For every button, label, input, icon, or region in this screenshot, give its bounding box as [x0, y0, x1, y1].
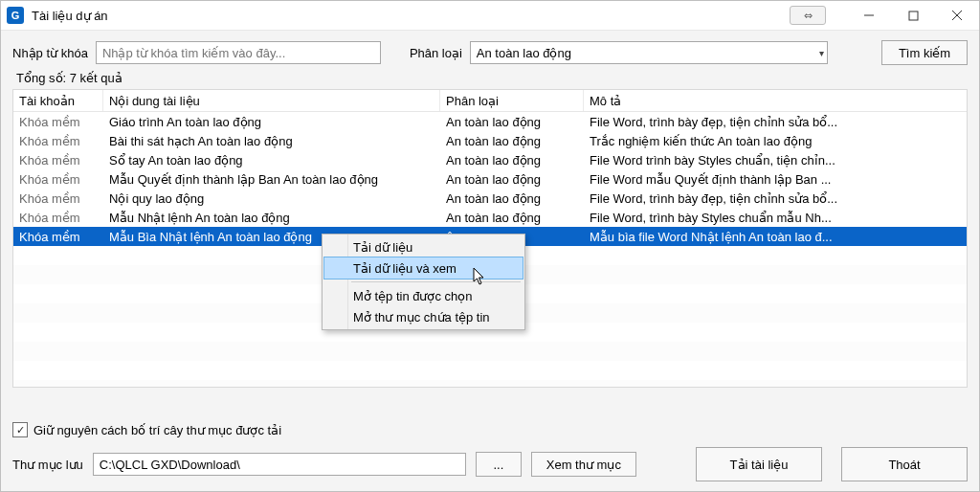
- cell-category: An toàn lao động: [440, 211, 584, 225]
- table-row[interactable]: Khóa mềmMẫu Quyết định thành lập Ban An …: [13, 169, 967, 189]
- menu-item-download-view[interactable]: Tải dữ liệu và xem: [323, 257, 523, 280]
- grid-header: Tài khoản Nội dung tài liệu Phân loại Mô…: [13, 90, 967, 112]
- col-content[interactable]: Nội dung tài liệu: [103, 90, 440, 111]
- svg-rect-1: [909, 11, 918, 20]
- result-count: Tổng số: 7 kết quả: [1, 71, 979, 89]
- minimize-button[interactable]: [847, 1, 891, 30]
- keyword-input[interactable]: [96, 41, 381, 64]
- keep-tree-label: Giữ nguyên cách bố trí cây thư mục được …: [33, 423, 281, 437]
- cell-desc: Mẫu bìa file Word Nhật lệnh An toàn lao …: [584, 230, 967, 244]
- cell-category: An toàn lao động: [440, 191, 584, 206]
- table-row[interactable]: Khóa mềmSổ tay An toàn lao độngAn toàn l…: [13, 150, 967, 169]
- cell-account: Khóa mềm: [13, 211, 103, 225]
- search-button[interactable]: Tìm kiếm: [881, 40, 968, 65]
- cell-category: An toàn lao động: [440, 115, 584, 129]
- close-button[interactable]: [935, 1, 979, 30]
- cell-account: Khóa mềm: [13, 191, 103, 206]
- results-grid: Tài khoản Nội dung tài liệu Phân loại Mô…: [12, 89, 968, 388]
- menu-item-open-file[interactable]: Mở tệp tin được chọn: [324, 285, 523, 306]
- app-window: G Tài liệu dự án ⇔ Nhập từ khóa Phân loạ…: [0, 0, 980, 492]
- save-dir-label: Thư mục lưu: [12, 458, 83, 472]
- cell-content: Mẫu Nhật lệnh An toàn lao động: [103, 211, 440, 225]
- maximize-button[interactable]: [891, 1, 935, 30]
- cell-category: An toàn lao động: [440, 172, 584, 187]
- cell-desc: File Word, trình bày Styles chuẩn mẫu Nh…: [584, 211, 967, 225]
- context-menu: Tải dữ liệu Tải dữ liệu và xem Mở tệp ti…: [322, 234, 525, 330]
- table-row[interactable]: Khóa mềmGiáo trình An toàn lao độngAn to…: [13, 112, 967, 131]
- cell-desc: File Word, trình bày đẹp, tiện chỉnh sửa…: [584, 191, 967, 206]
- cell-content: Mẫu Quyết định thành lập Ban An toàn lao…: [103, 172, 440, 187]
- keyword-label: Nhập từ khóa: [12, 46, 88, 60]
- view-folder-button[interactable]: Xem thư mục: [531, 452, 636, 477]
- table-row[interactable]: Khóa mềmBài thi sát hạch An toàn lao độn…: [13, 131, 967, 150]
- grid-body: Khóa mềmGiáo trình An toàn lao độngAn to…: [13, 112, 967, 246]
- app-icon: G: [7, 7, 24, 24]
- cell-category: An toàn lao động: [440, 153, 584, 168]
- cell-content: Giáo trình An toàn lao động: [103, 115, 440, 129]
- category-select[interactable]: An toàn lao động ▾: [470, 41, 828, 64]
- download-button[interactable]: Tải tài liệu: [696, 447, 822, 481]
- title-bar: G Tài liệu dự án ⇔: [1, 1, 979, 31]
- cell-content: Nội quy lao động: [103, 191, 440, 206]
- path-row: Thư mục lưu ... Xem thư mục Tải tài liệu…: [12, 447, 968, 481]
- cell-desc: File Word, trình bày đẹp, tiện chỉnh sửa…: [584, 115, 967, 129]
- exit-button[interactable]: Thoát: [841, 447, 968, 481]
- swap-icon[interactable]: ⇔: [790, 6, 826, 25]
- bottom-panel: ✓ Giữ nguyên cách bố trí cây thư mục đượ…: [12, 422, 968, 481]
- window-title: Tài liệu dự án: [32, 9, 108, 23]
- menu-item-open-folder[interactable]: Mở thư mục chứa tệp tin: [324, 306, 523, 327]
- category-label: Phân loại: [410, 46, 462, 60]
- chevron-down-icon: ▾: [819, 48, 824, 58]
- cell-desc: File Word mẫu Quyết định thành lập Ban .…: [584, 172, 967, 187]
- cell-account: Khóa mềm: [13, 134, 103, 148]
- keep-tree-checkbox[interactable]: ✓: [12, 422, 28, 437]
- table-row[interactable]: Khóa mềmNội quy lao độngAn toàn lao động…: [13, 189, 967, 208]
- cell-category: An toàn lao động: [440, 134, 584, 148]
- cell-account: Khóa mềm: [13, 153, 103, 168]
- cell-desc: Trắc nghiệm kiến thức An toàn lao động: [584, 134, 967, 148]
- table-row[interactable]: Khóa mềmMẫu Nhật lệnh An toàn lao độngAn…: [13, 208, 967, 227]
- window-body: Nhập từ khóa Phân loại An toàn lao động …: [1, 30, 979, 491]
- empty-row: [13, 342, 967, 361]
- cell-account: Khóa mềm: [13, 115, 103, 129]
- cell-content: Sổ tay An toàn lao động: [103, 153, 440, 168]
- menu-separator: [351, 281, 521, 282]
- col-account[interactable]: Tài khoản: [13, 90, 103, 111]
- col-category[interactable]: Phân loại: [440, 90, 584, 111]
- empty-row: [13, 380, 967, 388]
- empty-row: [13, 361, 967, 380]
- cell-desc: File Word trình bày Styles chuẩn, tiện c…: [584, 153, 967, 168]
- cell-account: Khóa mềm: [13, 230, 103, 244]
- cell-content: Bài thi sát hạch An toàn lao động: [103, 134, 440, 148]
- col-desc[interactable]: Mô tả: [584, 90, 967, 111]
- keep-tree-row: ✓ Giữ nguyên cách bố trí cây thư mục đượ…: [12, 422, 968, 437]
- browse-button[interactable]: ...: [476, 452, 522, 477]
- category-select-value: An toàn lao động: [477, 46, 571, 60]
- search-bar: Nhập từ khóa Phân loại An toàn lao động …: [1, 31, 979, 71]
- menu-item-download[interactable]: Tải dữ liệu: [324, 236, 523, 257]
- cell-account: Khóa mềm: [13, 172, 103, 187]
- save-dir-input[interactable]: [93, 453, 466, 476]
